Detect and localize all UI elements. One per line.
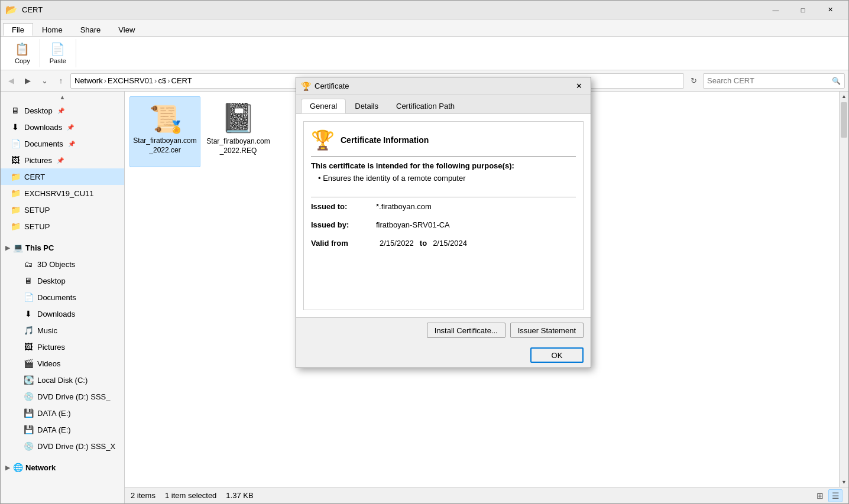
sidebar-item-exchsrv19[interactable]: 📁 EXCHSRV19_CU11: [1, 185, 124, 201]
selection-size: 1.37 KB: [226, 491, 253, 500]
sidebar-item-documents-pinned[interactable]: 📄 Documents 📌: [1, 135, 124, 152]
sidebar-item-dvddx[interactable]: 💿 DVD Drive (D:) SSS_X: [1, 438, 124, 454]
dvdd-icon: 💿: [23, 392, 34, 401]
install-certificate-button[interactable]: Install Certificate...: [427, 323, 505, 338]
sidebar-item-music[interactable]: 🎵 Music: [1, 322, 124, 339]
cert-dialog-icon: 🏆: [301, 82, 311, 91]
sidebar-scroll-up[interactable]: ▲: [1, 92, 124, 102]
sidebar-item-cert[interactable]: 📁 CERT: [1, 168, 124, 185]
sidebar-section-thispc-header[interactable]: ▶ 💻 This PC: [1, 239, 124, 256]
maximize-button[interactable]: □: [789, 1, 816, 19]
pin-icon-3: 📌: [68, 141, 75, 147]
cert-info-title: Certificate Information: [341, 135, 429, 145]
selection-status: 1 item selected: [165, 491, 216, 500]
path-segment-network[interactable]: Network: [74, 76, 103, 85]
scroll-down-arrow[interactable]: ▼: [840, 477, 848, 487]
issuer-statement-button[interactable]: Issuer Statement: [510, 323, 584, 338]
scroll-thumb[interactable]: [841, 102, 847, 138]
sidebar-item-documents2[interactable]: 📄 Documents: [1, 289, 124, 305]
ribbon-group-new: 📋 Copy: [5, 39, 40, 67]
videos-icon: 🎬: [23, 359, 34, 368]
list-view-btn[interactable]: ☰: [828, 489, 842, 502]
file-item-req[interactable]: 📓 Star_firatboyan.com_2022.REQ: [203, 96, 274, 167]
cert-ok-button[interactable]: OK: [530, 347, 584, 363]
network-icon: 🌐: [12, 463, 23, 472]
sidebar-item-datae2[interactable]: 💾 DATA (E:): [1, 421, 124, 438]
sidebar-item-datae1[interactable]: 💾 DATA (E:): [1, 405, 124, 421]
localc-icon: 💽: [23, 375, 34, 385]
req-file-name: Star_firatboyan.com_2022.REQ: [206, 137, 271, 155]
sidebar-item-desktop[interactable]: 🖥 Desktop 📌: [1, 102, 124, 119]
tab-file[interactable]: File: [3, 23, 33, 36]
cert-tab-certpath[interactable]: Certification Path: [387, 99, 464, 113]
cert-info-header: 🏆 Certificate Information: [311, 129, 576, 157]
pin-icon-4: 📌: [57, 157, 64, 164]
close-button[interactable]: ✕: [816, 1, 844, 19]
cert-info-inner: 🏆 Certificate Information This certifica…: [303, 121, 584, 310]
forward-button[interactable]: ▶: [21, 74, 35, 88]
cert-purpose-section: This certificate is intended for the fol…: [311, 161, 576, 190]
search-box: 🔍: [703, 73, 845, 89]
large-icon-view-btn[interactable]: ⊞: [813, 489, 827, 502]
file-item-cer[interactable]: 📜 🏅 Star_firatboyan.com_2022.cer: [129, 96, 200, 167]
cert-tab-general[interactable]: General: [301, 99, 346, 113]
cert-header-icon: 🏆: [311, 129, 335, 151]
cert-folder-icon: 📁: [10, 172, 21, 181]
back-button[interactable]: ◀: [4, 74, 18, 88]
sidebar-item-pictures-pinned[interactable]: 🖼 Pictures 📌: [1, 152, 124, 168]
recent-button[interactable]: ⌄: [37, 74, 51, 88]
search-icon: 🔍: [832, 77, 841, 85]
sidebar-item-dvdd[interactable]: 💿 DVD Drive (D:) SSS_: [1, 388, 124, 405]
network-chevron: ▶: [5, 464, 10, 471]
downloads-icon-pinned: ⬇: [10, 122, 21, 132]
ribbon: File Home Share View 📋 Copy 📄 Paste: [1, 19, 848, 70]
path-segment-exchsrv01[interactable]: EXCHSRV01: [108, 76, 153, 85]
downloads2-icon: ⬇: [23, 309, 34, 318]
pictures2-icon: 🖼: [23, 342, 34, 352]
sidebar-item-localc[interactable]: 💽 Local Disk (C:): [1, 372, 124, 388]
valid-from-label: Valid from: [311, 239, 376, 248]
sidebar-outer: ▲ 🖥 Desktop 📌 ⬇ Downloads 📌 📄 Documents …: [1, 92, 125, 503]
documents-icon-pinned: 📄: [10, 139, 21, 148]
up-button[interactable]: ↑: [54, 74, 68, 88]
sidebar-item-setup2[interactable]: 📁 SETUP: [1, 218, 124, 235]
cert-dialog-title: Certificate: [315, 82, 572, 90]
scroll-track: [840, 101, 848, 477]
tab-view[interactable]: View: [109, 23, 144, 36]
cert-dialog-tabs: General Details Certification Path: [296, 95, 591, 114]
3dobjects-icon: 🗂: [23, 259, 34, 269]
ribbon-tabs: File Home Share View: [1, 19, 848, 36]
cert-dialog-close[interactable]: ✕: [572, 80, 586, 93]
sidebar-item-downloads2[interactable]: ⬇ Downloads: [1, 305, 124, 322]
cert-dialog-ok-footer: OK: [296, 343, 591, 368]
sidebar-item-desktop2[interactable]: 🖥 Desktop: [1, 272, 124, 289]
scroll-up-arrow[interactable]: ▲: [840, 92, 848, 101]
tab-home[interactable]: Home: [33, 23, 72, 36]
certificate-dialog[interactable]: 🏆 Certificate ✕ General Details Certific…: [296, 77, 591, 368]
search-input[interactable]: [707, 76, 832, 85]
desktop-icon: 🖥: [10, 106, 21, 115]
cert-purpose-item: • Ensures the identity of a remote compu…: [311, 174, 576, 183]
sidebar-item-videos[interactable]: 🎬 Videos: [1, 355, 124, 372]
item-count: 2 items: [131, 491, 155, 500]
sidebar-item-downloads-pinned[interactable]: ⬇ Downloads 📌: [1, 119, 124, 135]
sidebar-network-header[interactable]: ▶ 🌐 Network: [1, 459, 124, 476]
title-bar: 📂 CERT — □ ✕: [1, 1, 848, 19]
cert-dialog-footer: Install Certificate... Issuer Statement: [296, 317, 591, 343]
setup1-icon: 📁: [10, 205, 21, 214]
minimize-button[interactable]: —: [762, 1, 789, 19]
sidebar-item-pictures2[interactable]: 🖼 Pictures: [1, 339, 124, 355]
tab-share[interactable]: Share: [72, 23, 110, 36]
refresh-button[interactable]: ↻: [686, 74, 701, 88]
pin-icon-2: 📌: [67, 124, 74, 131]
ribbon-paste-button[interactable]: 📄 Paste: [45, 41, 71, 66]
sidebar-item-3dobjects[interactable]: 🗂 3D Objects: [1, 256, 124, 272]
ribbon-copy-button[interactable]: 📋 Copy: [10, 41, 35, 66]
valid-to-value: 2/15/2024: [433, 239, 467, 248]
cert-tab-details[interactable]: Details: [346, 99, 387, 113]
path-segment-cert[interactable]: CERT: [171, 76, 192, 85]
sidebar-item-setup1[interactable]: 📁 SETUP: [1, 201, 124, 218]
path-segment-cs[interactable]: c$: [158, 76, 166, 85]
issued-by-value: firatboyan-SRV01-CA: [376, 220, 450, 229]
cert-issued-by: Issued by: firatboyan-SRV01-CA: [311, 220, 576, 229]
